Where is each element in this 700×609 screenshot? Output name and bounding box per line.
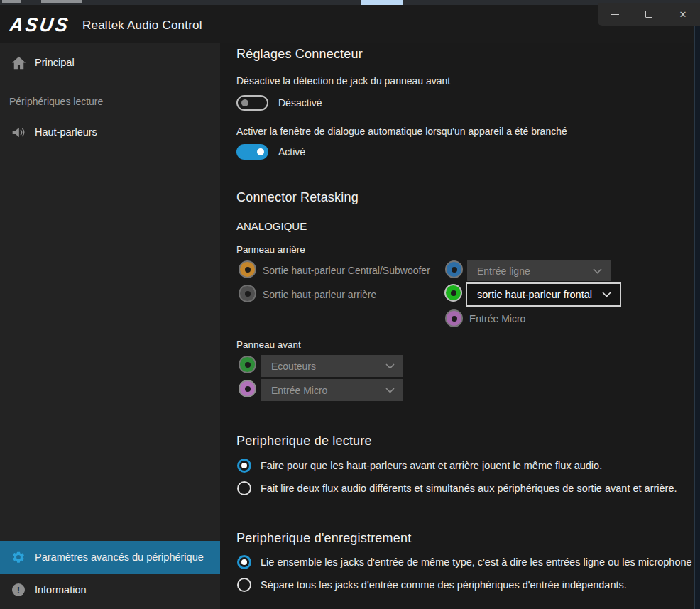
- sidebar-item-label: Principal: [35, 57, 75, 68]
- rear-jack-label: Sortie haut-parleur Central/Subwoofer: [263, 265, 430, 276]
- background-window-strip: [0, 0, 700, 5]
- sidebar-item-label: Paramètres avancés du périphérique: [35, 552, 204, 563]
- auto-popup-label: Activer la fenêtre de dialogue automatiq…: [236, 126, 567, 137]
- auto-popup-toggle-row: Activé: [236, 144, 305, 160]
- jack-detection-toggle-row: Désactivé: [236, 95, 322, 111]
- minimize-button[interactable]: [598, 3, 632, 26]
- mic-in-label: Entrée Micro: [469, 313, 525, 324]
- gear-icon: [11, 550, 26, 564]
- section-title-playback-device: Peripherique de lecture: [236, 434, 372, 449]
- toggle-knob: [241, 99, 248, 106]
- playback-option-row: Faire pour que les haut-parleurs avant e…: [237, 459, 602, 473]
- maximize-icon: [645, 11, 652, 18]
- jack-icon-center-subwoofer: [239, 260, 256, 278]
- recording-option-row: Sépare tous les jacks d'entrée comme des…: [237, 578, 627, 592]
- jack-detection-state: Désactivé: [278, 97, 322, 109]
- background-highlight-fragment: [361, 0, 403, 5]
- dropdown-value: Entrée ligne: [477, 265, 530, 277]
- radio-unselected[interactable]: [237, 578, 251, 592]
- radio-label: Fait lire deux flux audio différents et …: [261, 483, 677, 494]
- home-icon: [11, 56, 26, 70]
- radio-selected[interactable]: [237, 555, 251, 569]
- chevron-down-icon: [385, 388, 395, 393]
- rear-panel-label: Panneau arrière: [236, 244, 305, 255]
- chevron-down-icon: [593, 268, 602, 274]
- sidebar: Principal Périphériques lecture Haut-par…: [0, 43, 220, 609]
- chevron-down-icon: [602, 292, 611, 297]
- background-window-edge: [694, 26, 700, 609]
- sidebar-item-label: Haut-parleurs: [35, 126, 97, 138]
- maximize-button[interactable]: [632, 3, 666, 26]
- dropdown-value: Ecouteurs: [271, 361, 316, 372]
- auto-popup-state: Activé: [278, 146, 305, 158]
- titlebar: ASUS Realtek Audio Control: [0, 5, 694, 43]
- sidebar-item-speakers[interactable]: Haut-parleurs: [0, 118, 220, 146]
- sidebar-item-label: Information: [35, 584, 87, 596]
- rear-jack-label: Sortie haut-parleur arrière: [263, 289, 376, 300]
- jack-icon-front-speaker-out: [444, 284, 462, 302]
- info-icon: !: [11, 583, 26, 596]
- section-title-connector-settings: Réglages Connecteur: [236, 47, 363, 62]
- auto-popup-toggle[interactable]: [236, 144, 268, 160]
- sidebar-item-principal[interactable]: Principal: [0, 48, 220, 77]
- headphones-dropdown[interactable]: Ecouteurs: [261, 355, 403, 377]
- dropdown-value: Entrée Micro: [271, 385, 327, 396]
- app-title: Realtek Audio Control: [82, 18, 202, 33]
- window-controls: ✕: [598, 3, 700, 26]
- app-window: ASUS Realtek Audio Control ✕ Principal P…: [0, 0, 700, 609]
- asus-logo: ASUS: [9, 13, 72, 37]
- dropdown-value: sortie haut-parleur frontal: [477, 289, 592, 300]
- front-speaker-out-dropdown[interactable]: sortie haut-parleur frontal: [466, 282, 621, 307]
- line-in-dropdown[interactable]: Entrée ligne: [467, 260, 611, 281]
- jack-detection-label: Désactive la détection de jack du pannea…: [236, 75, 450, 87]
- sidebar-item-information[interactable]: ! Information: [0, 574, 220, 606]
- playback-option-row: Fait lire deux flux audio différents et …: [237, 481, 677, 495]
- section-title-recording-device: Peripherique d'enregistrement: [236, 531, 411, 546]
- radio-unselected[interactable]: [237, 481, 251, 495]
- sidebar-item-advanced-device-settings[interactable]: Paramètres avancés du périphérique: [0, 541, 220, 574]
- minimize-icon: [611, 14, 619, 15]
- jack-icon-mic-in: [445, 309, 463, 327]
- background-text-fragment: [41, 0, 82, 3]
- front-panel-label: Panneau avant: [236, 339, 301, 350]
- radio-label: Faire pour que les haut-parleurs avant e…: [261, 460, 602, 471]
- radio-label: Lie ensemble les jacks d'entrée de même …: [261, 556, 692, 568]
- section-title-connector-retasking: Connector Retasking: [236, 190, 359, 205]
- background-text-fragment: [2, 0, 21, 3]
- jack-icon-line-in: [445, 260, 463, 278]
- front-mic-dropdown[interactable]: Entrée Micro: [261, 379, 403, 401]
- close-button[interactable]: ✕: [666, 3, 700, 26]
- recording-option-row: Lie ensemble les jacks d'entrée de même …: [237, 555, 692, 569]
- close-icon: ✕: [679, 9, 687, 20]
- jack-icon-front-mic: [239, 380, 256, 397]
- jack-detection-toggle[interactable]: [236, 95, 268, 111]
- jack-icon-rear-speaker: [239, 285, 256, 302]
- speaker-icon: [11, 126, 26, 138]
- analog-label: ANALOGIQUE: [236, 220, 307, 232]
- toggle-knob: [257, 148, 264, 155]
- sidebar-section-playback-devices: Périphériques lecture: [9, 96, 103, 107]
- radio-selected[interactable]: [237, 459, 251, 473]
- radio-label: Sépare tous les jacks d'entrée comme des…: [261, 579, 627, 591]
- chevron-down-icon: [385, 363, 395, 369]
- jack-icon-headphones: [239, 356, 256, 373]
